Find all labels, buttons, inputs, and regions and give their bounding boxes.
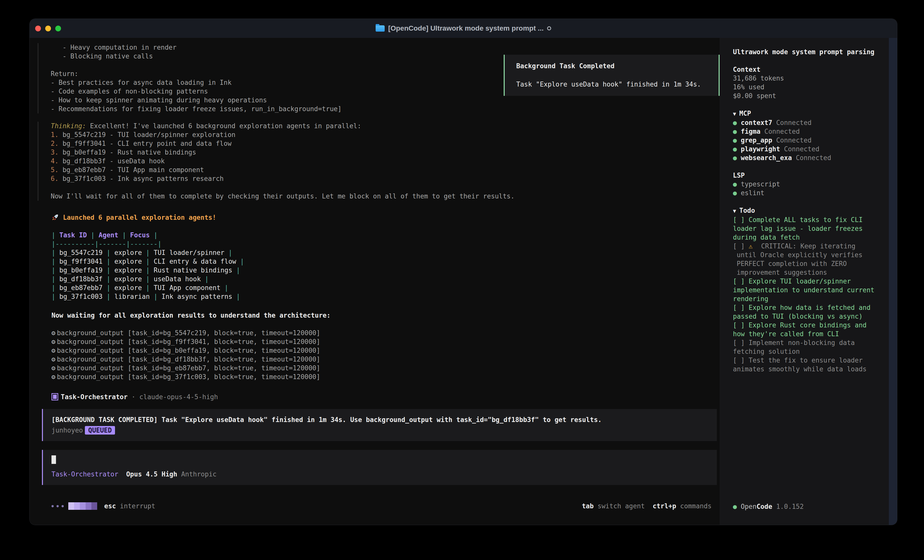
username: junhoyeo	[51, 427, 83, 434]
terminal-line: | Task ID | Agent | Focus |	[51, 231, 720, 240]
context-heading: Context	[733, 65, 889, 74]
mcp-item: ● playwright Connected	[733, 145, 889, 154]
completed-message: [BACKGROUND TASK COMPLETED] Task "Explor…	[51, 415, 717, 425]
prompt-input-box[interactable]: Task-Orchestrator Opus 4.5 High Anthropi…	[42, 450, 717, 485]
launch-announcement: Launched 6 parallel exploration agents!	[38, 213, 720, 222]
lsp-heading: LSP	[733, 171, 889, 180]
status-dot-icon: ●	[733, 119, 741, 126]
terminal-line: Launched 6 parallel exploration agents!	[51, 213, 720, 222]
gear-icon: ⚙	[51, 355, 56, 363]
text-cursor	[51, 455, 56, 464]
mcp-item: ● context7 Connected	[733, 118, 889, 127]
gear-icon: ⚙	[51, 338, 56, 346]
waiting-line: Now waiting for all exploration results …	[38, 311, 720, 320]
terminal-line: ⚙background_output [task_id=bg_5547c219,…	[51, 329, 720, 337]
todo-item: [ ] Complete ALL tasks to fix CLI loader…	[733, 216, 879, 242]
notification-toast: Background Task Completed Task "Explore …	[504, 55, 720, 96]
agent-meta-line: Task-Orchestrator · claude-opus-4-5-high	[38, 393, 720, 401]
terminal-line: ⚙background_output [task_id=bg_df18bb3f,…	[51, 355, 720, 364]
terminal-line: ⚙background_output [task_id=bg_37f1c003,…	[51, 373, 720, 381]
terminal-line: 3. bg_b0effa19 - Rust native bindings	[51, 148, 720, 157]
close-button[interactable]	[35, 25, 41, 31]
chat-pane: - Heavy computation in render - Blocking…	[30, 38, 720, 525]
window-title: [OpenCode] Ultrawork mode system prompt …	[388, 24, 544, 32]
model-name: Opus 4.5 High	[126, 470, 177, 478]
minimize-button[interactable]	[45, 25, 51, 31]
title-circle-icon	[547, 26, 551, 30]
progress-block	[92, 502, 97, 510]
terminal-line	[733, 100, 889, 109]
terminal-line: - How to keep spinner animating during h…	[51, 96, 720, 105]
queued-user-line: junhoyeoQUEUED	[51, 425, 717, 436]
terminal-line: | bg_5547c219 | explore | TUI loader/spi…	[51, 249, 720, 257]
mcp-section-header[interactable]: ▼ MCP	[733, 109, 889, 118]
lsp-item: ● typescript	[733, 180, 889, 189]
todo-item: [ ] Explore how data is fetched and pass…	[733, 303, 879, 321]
opencode-terminal-window: [OpenCode] Ultrawork mode system prompt …	[30, 19, 897, 525]
status-dot-icon: ●	[733, 136, 741, 144]
keyboard-hints: tab switch agent ctrl+p commands	[582, 502, 712, 511]
progress-block	[74, 502, 80, 510]
collapse-triangle-icon: ▼	[733, 208, 739, 214]
todo-item: [ ] Explore TUI loader/spinner implement…	[733, 277, 879, 303]
todo-item: [ ] Test the fix to ensure loader animat…	[733, 356, 879, 374]
sidebar-content: Ultrawork mode system prompt parsing Con…	[733, 48, 889, 374]
context-tokens: 31,686 tokens	[733, 74, 889, 83]
version-line: ● OpenCode 1.0.152	[733, 502, 804, 511]
terminal-line: 4. bg_df18bb3f - useData hook	[51, 157, 720, 166]
tool-calls-block: ⚙background_output [task_id=bg_5547c219,…	[38, 329, 720, 381]
sidebar: Ultrawork mode system prompt parsing Con…	[720, 38, 889, 525]
terminal-line	[733, 162, 889, 171]
terminal-line: | bg_df18bb3f | explore | useData hook |	[51, 275, 720, 283]
notification-body: Task "Explore useData hook" finished in …	[516, 80, 707, 89]
terminal-line: ⚙background_output [task_id=bg_eb87ebb7,…	[51, 364, 720, 373]
background-task-completed-box: [BACKGROUND TASK COMPLETED] Task "Explor…	[42, 409, 717, 441]
status-dot-icon: ●	[733, 145, 741, 153]
collapse-triangle-icon: ▼	[733, 111, 739, 117]
status-dot-icon: ●	[733, 154, 741, 162]
opencode-status-dot-icon: ●	[733, 503, 741, 510]
progress-block	[68, 502, 74, 510]
status-left-text: esc interrupt	[104, 502, 155, 511]
terminal-line: ⚙background_output [task_id=bg_f9ff3041,…	[51, 337, 720, 346]
terminal-line: 2. bg_f9ff3041 - CLI entry point and dat…	[51, 139, 720, 148]
terminal-line	[51, 183, 720, 192]
terminal-line: |----------|-------|-------|	[51, 240, 720, 249]
status-left: esc interrupt	[51, 502, 155, 511]
terminal-line: Task-Orchestrator · claude-opus-4-5-high	[51, 393, 720, 401]
terminal-line: | bg_eb87ebb7 | explore | TUI App compon…	[51, 283, 720, 292]
window-title-group: [OpenCode] Ultrawork mode system prompt …	[376, 24, 551, 32]
terminal-line	[733, 57, 889, 65]
gear-icon: ⚙	[51, 329, 56, 337]
terminal-line: | bg_f9ff3041 | explore | CLI entry & da…	[51, 257, 720, 266]
titlebar: [OpenCode] Ultrawork mode system prompt …	[30, 19, 897, 38]
session-title: Ultrawork mode system prompt parsing	[733, 48, 889, 57]
gear-icon: ⚙	[51, 364, 56, 372]
queued-badge: QUEUED	[85, 426, 115, 434]
terminal-line: Now waiting for all exploration results …	[51, 311, 720, 320]
lsp-item: ● eslint	[733, 189, 889, 198]
terminal-line: | bg_37f1c003 | librarian | Ink async pa…	[51, 292, 720, 301]
progress-indicator	[68, 502, 97, 510]
scrollbar[interactable]	[889, 38, 897, 525]
folder-icon	[376, 25, 385, 31]
terminal-line: 5. bg_eb87ebb7 - TUI App main component	[51, 166, 720, 174]
zoom-button[interactable]	[55, 25, 61, 31]
agent-name: Task-Orchestrator	[51, 470, 118, 478]
notification-title: Background Task Completed	[516, 62, 707, 70]
terminal-line: | bg_b0effa19 | explore | Rust native bi…	[51, 266, 720, 275]
rocket-icon	[51, 214, 59, 221]
warning-icon: ⚠	[749, 242, 757, 251]
working-dots-icon	[51, 505, 64, 507]
terminal-line: - Heavy computation in render	[51, 43, 720, 52]
gear-icon: ⚙	[51, 373, 56, 380]
window-body: - Heavy computation in render - Blocking…	[30, 38, 897, 525]
mcp-item: ● figma Connected	[733, 127, 889, 136]
context-used: 16% used	[733, 83, 889, 91]
status-dot-icon: ●	[733, 189, 741, 197]
terminal-line: Thinking: Excellent! I've launched 6 bac…	[51, 122, 720, 130]
todo-section-header[interactable]: ▼ Todo	[733, 206, 889, 216]
todo-item: [ ] Explore Rust core bindings and how t…	[733, 321, 879, 338]
app-version: ● OpenCode 1.0.152	[733, 502, 804, 511]
thinking-block: Thinking: Excellent! I've launched 6 bac…	[38, 122, 720, 201]
